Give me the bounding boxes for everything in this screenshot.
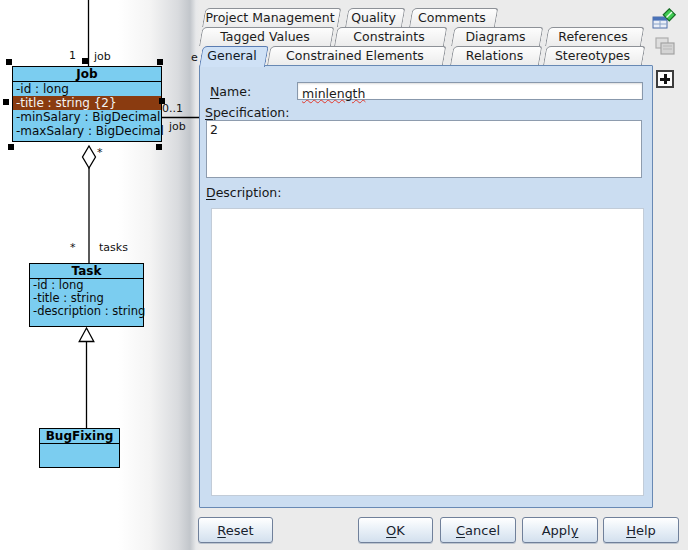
- class-attribute-selected[interactable]: -title : string {2}: [13, 96, 161, 110]
- tab-row-2: Tagged Values Constraints Diagrams Refer…: [199, 27, 641, 46]
- multiplicity-label[interactable]: 1: [69, 49, 76, 62]
- ok-button[interactable]: OK: [358, 517, 433, 543]
- tab-references[interactable]: References: [545, 27, 641, 46]
- selection-handle[interactable]: [3, 99, 9, 105]
- class-box-bugfixing[interactable]: BugFixing: [39, 428, 120, 468]
- selection-handle[interactable]: [156, 144, 162, 150]
- selection-handle[interactable]: [82, 58, 88, 64]
- multiplicity-label[interactable]: 0..1: [162, 102, 183, 115]
- association-role-label[interactable]: job: [94, 50, 111, 63]
- selection-handle[interactable]: [159, 98, 165, 104]
- specification-textarea[interactable]: 2: [206, 120, 642, 178]
- name-input[interactable]: minlength: [297, 82, 643, 100]
- tab-diagrams[interactable]: Diagrams: [451, 27, 540, 46]
- reset-button[interactable]: Reset: [198, 517, 273, 543]
- expand-plus-button[interactable]: [656, 70, 674, 88]
- class-box-task[interactable]: Task -id : long -title : string -descrip…: [29, 263, 144, 327]
- multiplicity-label[interactable]: *: [97, 146, 103, 159]
- association-role-label[interactable]: job: [169, 120, 186, 133]
- selection-handle[interactable]: [157, 59, 163, 65]
- specification-label: Specification:: [205, 105, 289, 120]
- class-name: Job: [13, 67, 161, 82]
- class-attribute[interactable]: -id : long: [13, 82, 161, 96]
- class-name: BugFixing: [40, 429, 119, 444]
- tab-comments[interactable]: Comments: [409, 8, 495, 27]
- class-name: Task: [30, 264, 143, 279]
- selection-handle[interactable]: [8, 144, 14, 150]
- tab-quality[interactable]: Quality: [345, 8, 402, 27]
- tab-constraints[interactable]: Constraints: [334, 27, 444, 46]
- tab-tagged-values[interactable]: Tagged Values: [199, 27, 331, 46]
- description-label: Description:: [206, 185, 281, 200]
- application-window: 1 job e 0..1 job * * tasks Job -id : lon…: [0, 0, 688, 550]
- plus-icon: [664, 74, 667, 84]
- aggregation-diamond: [83, 146, 96, 168]
- tab-row-3: General Constrained Elements Relations S…: [199, 46, 642, 65]
- apply-button[interactable]: Apply: [522, 517, 598, 543]
- class-attribute[interactable]: -minSalary : BigDecimal: [13, 110, 161, 124]
- tab-constrained-elements[interactable]: Constrained Elements: [267, 46, 443, 65]
- diagram-canvas[interactable]: 1 job e 0..1 job * * tasks Job -id : lon…: [0, 0, 200, 550]
- tab-row-1: Project Management Quality Comments: [202, 8, 495, 27]
- tab-relations[interactable]: Relations: [450, 46, 539, 65]
- help-button[interactable]: Help: [603, 517, 679, 543]
- class-attribute[interactable]: -description : string: [30, 305, 143, 318]
- class-attribute[interactable]: -maxSalary : BigDecimal: [13, 124, 161, 138]
- association-role-label[interactable]: tasks: [99, 241, 128, 254]
- name-input-value: minlength: [298, 85, 365, 101]
- class-box-job[interactable]: Job -id : long -title : string {2} -minS…: [12, 66, 162, 142]
- multiplicity-label[interactable]: *: [70, 241, 76, 254]
- tab-general[interactable]: General: [199, 46, 265, 65]
- tab-stereotypes[interactable]: Stereotypes: [543, 46, 642, 65]
- tagged-value-table-icon[interactable]: [652, 8, 678, 32]
- name-label: Name:: [210, 84, 251, 99]
- description-textarea[interactable]: [211, 208, 644, 496]
- cancel-button[interactable]: Cancel: [440, 517, 516, 543]
- selection-handle[interactable]: [6, 59, 12, 65]
- generalization-triangle: [79, 328, 94, 342]
- copy-disabled-icon: [653, 36, 679, 60]
- clipped-role-label[interactable]: e: [191, 51, 198, 64]
- tab-project-management[interactable]: Project Management: [202, 8, 338, 27]
